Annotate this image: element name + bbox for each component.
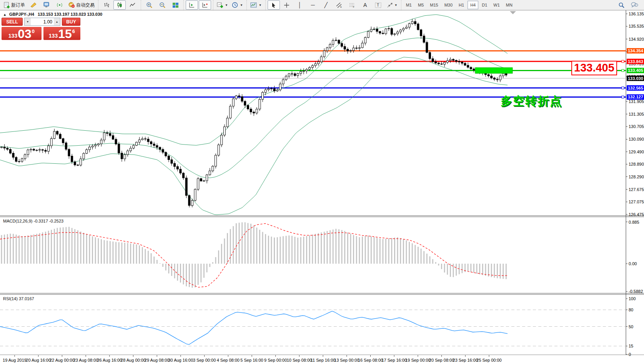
line-chart-button[interactable]	[126, 0, 139, 10]
horizontal-line-tool-button[interactable]: ─	[307, 0, 319, 10]
toolbar-group-timeframes: M1 M5 M15 M30 H1 H4 D1 W1 MN	[401, 0, 517, 10]
cursor-tool-button[interactable]	[268, 0, 280, 10]
template-button[interactable]: ▼	[249, 0, 263, 10]
candlestick-chart-button[interactable]	[113, 0, 126, 10]
auto-scroll-button[interactable]	[186, 0, 198, 10]
svg-text:135.535: 135.535	[629, 24, 644, 28]
svg-text:133.030: 133.030	[628, 76, 643, 81]
timeframe-d1-button[interactable]: D1	[479, 1, 490, 9]
timeframe-m1-button[interactable]: M1	[403, 1, 414, 9]
zoom-out-icon	[159, 2, 166, 8]
price-chart-canvas[interactable]: 136.135135.535134.920134.310133.720133.1…	[0, 0, 644, 364]
toolbar-group-standard: 新订单 自动交易	[0, 0, 98, 10]
svg-text:28 Aug 00:00: 28 Aug 00:00	[121, 358, 146, 362]
sell-price-big: 03	[18, 28, 32, 40]
chat-icon	[631, 2, 638, 8]
crosshair-tool-button[interactable]	[281, 0, 293, 10]
chat-button[interactable]	[628, 0, 641, 10]
collapse-triangle-icon[interactable]: ▲	[3, 13, 7, 17]
auto-scroll-icon	[189, 2, 195, 8]
line-chart-icon	[130, 2, 136, 8]
monitor-icon	[43, 2, 50, 8]
volume-input[interactable]	[31, 18, 54, 25]
macd-indicator-label: MACD(12,26,9) -0.3317 -0.2523	[3, 219, 63, 223]
svg-text:134.354: 134.354	[628, 48, 644, 53]
rsi-indicator-label: RSI(14) 37.0167	[3, 296, 34, 301]
label-icon: T	[375, 2, 381, 8]
toolbar-group-new: ▼ ▼	[213, 0, 246, 10]
search-button[interactable]	[615, 0, 627, 10]
candlestick-icon	[116, 2, 123, 8]
new-order-label: 新订单	[11, 2, 25, 8]
svg-text:130.705: 130.705	[629, 124, 644, 129]
price-tag-text-object[interactable]: 133.405	[571, 61, 617, 75]
buy-button[interactable]: BUY	[62, 18, 80, 26]
svg-text:23 Aug 08:00: 23 Aug 08:00	[73, 358, 98, 362]
chart-shift-button[interactable]	[199, 0, 211, 10]
svg-text:0.885: 0.885	[629, 220, 639, 224]
timeframe-h4-button[interactable]: H4	[468, 1, 478, 9]
svg-text:22 Aug 00:00: 22 Aug 00:00	[50, 358, 75, 362]
zoom-in-button[interactable]	[143, 0, 155, 10]
volume-decrease-button[interactable]: ▼	[25, 18, 31, 25]
cursor-icon	[271, 2, 276, 8]
volume-increase-button[interactable]: ▲	[54, 18, 60, 25]
svg-text:11 Sep 16:00: 11 Sep 16:00	[311, 358, 336, 362]
tile-windows-button[interactable]	[169, 0, 181, 10]
mt4-window: 新订单 自动交易	[0, 0, 644, 364]
auto-trading-icon	[68, 2, 75, 8]
svg-text:T: T	[377, 3, 379, 7]
svg-text:19 Sep 00:00: 19 Sep 00:00	[405, 358, 430, 362]
chevron-down-icon: ▼	[259, 3, 262, 7]
clock-icon	[232, 2, 238, 8]
chevron-down-icon: ▼	[394, 3, 398, 7]
bar-chart-button[interactable]	[100, 0, 113, 10]
timeframe-h1-button[interactable]: H1	[456, 1, 467, 9]
zoom-out-button[interactable]	[156, 0, 168, 10]
metaquotes-button[interactable]	[27, 0, 40, 10]
svg-text:128.290: 128.290	[629, 175, 644, 179]
new-chart-button[interactable]: ▼	[215, 0, 230, 10]
svg-text:136.135: 136.135	[629, 12, 644, 16]
svg-text:30 Aug 16:00: 30 Aug 16:00	[168, 358, 193, 362]
timeframe-w1-button[interactable]: W1	[491, 1, 503, 9]
toolbar-group-objects: │ ─ ╱ E F A T ▼	[265, 0, 401, 10]
new-order-button[interactable]: 新订单	[2, 0, 27, 10]
sell-price-pip: 0	[32, 28, 35, 34]
label-tool-button[interactable]: T	[372, 0, 384, 10]
vertical-line-tool-button[interactable]: │	[294, 0, 306, 10]
zoom-in-icon	[146, 2, 153, 8]
one-click-trading-panel: SELL ▼ ▲ BUY 133 03 0 133 15 6	[2, 18, 80, 40]
svg-text:13 Sep 00:00: 13 Sep 00:00	[334, 358, 359, 362]
auto-trading-button[interactable]: 自动交易	[67, 0, 96, 10]
channel-tool-button[interactable]: E	[333, 0, 345, 10]
fibonacci-tool-button[interactable]: F	[346, 0, 358, 10]
timeframe-mn-button[interactable]: MN	[503, 1, 515, 9]
new-chart-icon	[217, 2, 223, 8]
svg-text:25 Sep 00:00: 25 Sep 00:00	[476, 358, 501, 362]
buy-price[interactable]: 133 15 6	[43, 27, 80, 40]
channel-icon: E	[336, 2, 342, 8]
sell-button[interactable]: SELL	[2, 18, 23, 26]
signals-button[interactable]	[53, 0, 66, 10]
symbol-header: ▲ GBPJPY-,H4 133.153 133.197 133.023 133…	[3, 12, 102, 17]
sell-price-prefix: 133	[8, 33, 17, 39]
timeframe-m15-button[interactable]: M15	[427, 1, 441, 9]
trendline-tool-button[interactable]: ╱	[320, 0, 332, 10]
fibonacci-icon: F	[349, 2, 355, 8]
horizontal-line-icon: ─	[311, 2, 315, 8]
svg-text:16 Sep 08:00: 16 Sep 08:00	[358, 358, 383, 362]
text-tool-button[interactable]: A	[359, 0, 371, 10]
community-button[interactable]	[40, 0, 53, 10]
symbol-ohlc: 133.153 133.197 133.023 133.030	[38, 12, 102, 17]
timeframe-m30-button[interactable]: M30	[442, 1, 455, 9]
sell-price[interactable]: 133 03 0	[2, 27, 42, 40]
buy-price-big: 15	[58, 28, 72, 40]
periods-button[interactable]: ▼	[230, 0, 245, 10]
trendline-icon: ╱	[324, 2, 328, 8]
timeframe-m5-button[interactable]: M5	[415, 1, 426, 9]
svg-text:15: 15	[629, 344, 633, 348]
svg-text:29 Aug 08:00: 29 Aug 08:00	[145, 358, 170, 362]
turning-point-annotation[interactable]: 多空转折点	[501, 93, 562, 109]
arrows-tool-button[interactable]: ▼	[385, 0, 399, 10]
